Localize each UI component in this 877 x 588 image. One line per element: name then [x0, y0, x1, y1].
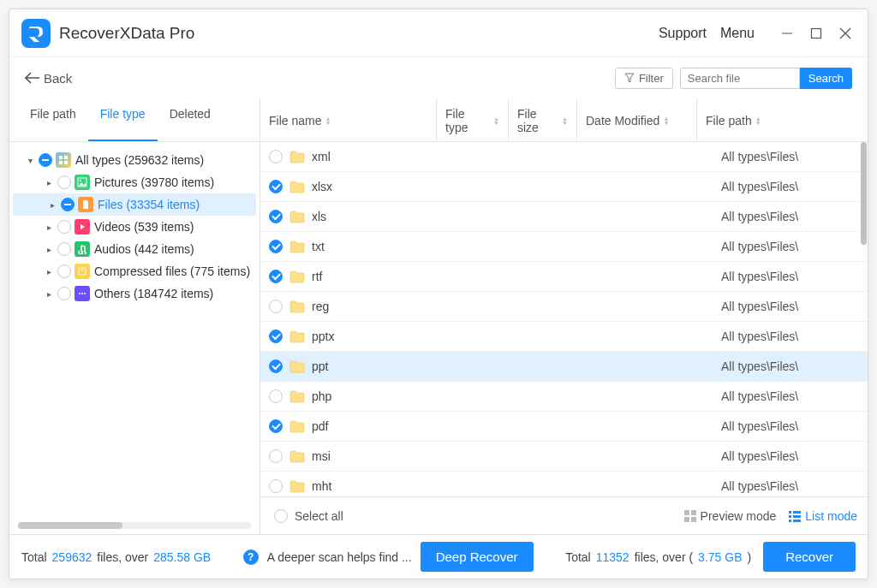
preview-mode-button[interactable]: Preview mode — [683, 509, 777, 523]
list-footer: Select all Preview mode List mode — [260, 496, 868, 534]
file-row[interactable]: mhtAll types\Files\ — [260, 472, 868, 496]
col-header-path[interactable]: File path▲▼ — [697, 98, 868, 141]
file-row[interactable]: phpAll types\Files\ — [260, 382, 868, 412]
svg-rect-4 — [59, 156, 63, 159]
file-checkbox[interactable] — [269, 389, 283, 403]
menu-link[interactable]: Menu — [720, 26, 755, 41]
search-input[interactable] — [680, 68, 800, 89]
category-icon — [75, 286, 90, 301]
folder-icon — [289, 420, 305, 433]
tree-row[interactable]: All types (259632 items) — [9, 149, 260, 171]
tree-checkbox[interactable] — [57, 242, 71, 256]
file-checkbox[interactable] — [269, 479, 283, 493]
app-title: RecoverXData Pro — [59, 24, 659, 43]
list-mode-button[interactable]: List mode — [788, 509, 857, 523]
arrow-left-icon — [25, 72, 40, 84]
file-row[interactable]: txtAll types\Files\ — [260, 232, 868, 262]
file-checkbox[interactable] — [269, 359, 283, 373]
filter-button[interactable]: Filter — [615, 68, 673, 89]
tree-checkbox[interactable] — [57, 175, 71, 189]
tree-row[interactable]: Pictures (39780 items) — [9, 171, 260, 193]
file-row[interactable]: xlsAll types\Files\ — [260, 202, 868, 232]
file-checkbox[interactable] — [269, 419, 283, 433]
file-checkbox[interactable] — [269, 449, 283, 463]
file-path-cell: All types\Files\ — [721, 419, 868, 433]
caret-down-icon[interactable] — [25, 156, 35, 165]
tab-deleted[interactable]: Deleted — [158, 98, 223, 141]
close-icon[interactable] — [835, 23, 856, 44]
file-checkbox[interactable] — [269, 330, 283, 343]
file-path-cell: All types\Files\ — [721, 240, 868, 253]
file-row[interactable]: pptxAll types\Files\ — [260, 322, 868, 352]
tab-file-path[interactable]: File path — [18, 98, 88, 141]
deep-scan-tip: ? A deeper scan helps find ... — [243, 549, 412, 565]
body: All types (259632 items)Pictures (39780 … — [9, 142, 868, 534]
support-link[interactable]: Support — [659, 26, 707, 41]
file-name: pptx — [312, 330, 461, 343]
svg-rect-7 — [64, 161, 68, 164]
category-icon — [75, 264, 90, 279]
tree-checkbox[interactable] — [39, 153, 52, 167]
file-path-cell: All types\Files\ — [721, 479, 868, 493]
tree-row[interactable]: Files (33354 items) — [13, 193, 256, 216]
tree-row[interactable]: Others (184742 items) — [9, 282, 260, 305]
category-icon — [75, 241, 90, 257]
col-header-date[interactable]: Date Modified▲▼ — [577, 98, 697, 141]
file-row[interactable]: regAll types\Files\ — [260, 292, 868, 322]
svg-rect-21 — [789, 515, 791, 518]
list-icon — [788, 509, 802, 523]
tree-checkbox[interactable] — [57, 287, 71, 300]
app-window: RecoverXData Pro Support Menu Back Filte… — [9, 9, 868, 579]
caret-right-icon[interactable] — [44, 245, 54, 254]
tab-file-type[interactable]: File type — [88, 98, 158, 141]
file-path-cell: All types\Files\ — [721, 180, 868, 193]
col-header-size[interactable]: File size▲▼ — [509, 98, 577, 141]
file-checkbox[interactable] — [269, 150, 283, 163]
svg-rect-22 — [793, 515, 801, 518]
tree-label: All types (259632 items) — [75, 153, 204, 167]
tree-row[interactable]: Compressed files (775 items) — [9, 260, 260, 282]
col-header-name[interactable]: File name▲▼ — [260, 98, 437, 141]
svg-rect-23 — [789, 520, 791, 522]
tree-row[interactable]: Audios (442 items) — [9, 238, 260, 260]
tree-checkbox[interactable] — [57, 220, 71, 234]
caret-right-icon[interactable] — [44, 178, 54, 187]
maximize-icon[interactable] — [806, 23, 826, 44]
folder-icon — [289, 241, 305, 253]
file-checkbox[interactable] — [269, 180, 283, 193]
caret-right-icon[interactable] — [47, 200, 57, 210]
file-checkbox[interactable] — [269, 210, 283, 223]
sort-icon: ▲▼ — [325, 116, 331, 125]
caret-right-icon[interactable] — [44, 267, 54, 276]
tree-h-scrollbar[interactable] — [18, 522, 251, 529]
grid-icon — [683, 509, 697, 523]
tree-row[interactable]: Videos (539 items) — [9, 216, 260, 238]
file-checkbox[interactable] — [269, 270, 283, 283]
caret-right-icon[interactable] — [44, 289, 54, 299]
file-row[interactable]: pptAll types\Files\ — [260, 352, 868, 382]
file-row[interactable]: rtfAll types\Files\ — [260, 262, 868, 292]
file-row[interactable]: pdfAll types\Files\ — [260, 412, 868, 442]
file-list-v-scrollbar[interactable] — [861, 142, 867, 495]
minimize-icon[interactable] — [777, 23, 797, 44]
file-row[interactable]: xmlAll types\Files\ — [260, 142, 868, 172]
category-icon — [56, 152, 71, 168]
file-checkbox[interactable] — [269, 300, 283, 313]
tree-checkbox[interactable] — [61, 198, 75, 211]
file-name: reg — [312, 300, 461, 313]
title-bar: RecoverXData Pro Support Menu — [9, 9, 868, 57]
svg-rect-19 — [789, 511, 791, 514]
select-all-checkbox[interactable] — [274, 509, 288, 523]
svg-rect-18 — [691, 517, 696, 522]
search-button[interactable]: Search — [800, 68, 852, 89]
caret-right-icon[interactable] — [44, 223, 54, 232]
tree-checkbox[interactable] — [57, 264, 71, 278]
deep-recover-button[interactable]: Deep Recover — [421, 542, 534, 572]
file-row[interactable]: xlsxAll types\Files\ — [260, 172, 868, 202]
col-header-type[interactable]: File type▲▼ — [437, 98, 509, 141]
help-icon[interactable]: ? — [243, 549, 259, 565]
recover-button[interactable]: Recover — [763, 542, 856, 572]
file-checkbox[interactable] — [269, 240, 283, 253]
file-row[interactable]: msiAll types\Files\ — [260, 442, 868, 472]
back-button[interactable]: Back — [25, 71, 72, 86]
